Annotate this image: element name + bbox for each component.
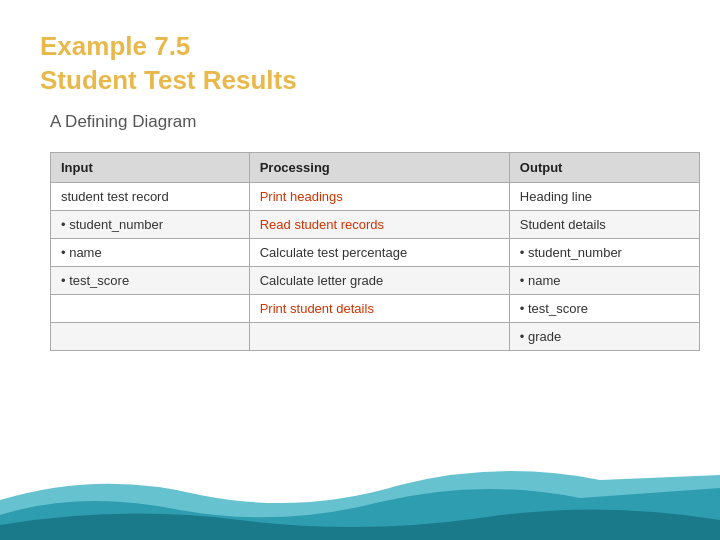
col-header-input: Input xyxy=(51,152,250,182)
cell-processing: Calculate test percentage xyxy=(249,238,509,266)
table-row: • test_scoreCalculate letter grade• name xyxy=(51,266,700,294)
table-row: • nameCalculate test percentage• student… xyxy=(51,238,700,266)
cell-processing: Print student details xyxy=(249,294,509,322)
cell-input: • student_number xyxy=(51,210,250,238)
table-row: • student_numberRead student recordsStud… xyxy=(51,210,700,238)
cell-processing: Read student records xyxy=(249,210,509,238)
cell-output: Student details xyxy=(509,210,699,238)
subtitle: A Defining Diagram xyxy=(50,112,680,132)
col-header-processing: Processing xyxy=(249,152,509,182)
defining-diagram-table: Input Processing Output student test rec… xyxy=(50,152,700,351)
cell-output: • student_number xyxy=(509,238,699,266)
table-row: • grade xyxy=(51,322,700,350)
page-content: Example 7.5 Student Test Results A Defin… xyxy=(0,0,720,371)
cell-input: • name xyxy=(51,238,250,266)
cell-input: student test record xyxy=(51,182,250,210)
cell-processing xyxy=(249,322,509,350)
cell-processing: Print headings xyxy=(249,182,509,210)
defining-diagram-table-container: Input Processing Output student test rec… xyxy=(50,152,680,351)
col-header-output: Output xyxy=(509,152,699,182)
table-row: student test recordPrint headingsHeading… xyxy=(51,182,700,210)
page-title: Example 7.5 Student Test Results xyxy=(40,30,680,98)
cell-processing: Calculate letter grade xyxy=(249,266,509,294)
cell-output: Heading line xyxy=(509,182,699,210)
cell-input: • test_score xyxy=(51,266,250,294)
cell-output: • grade xyxy=(509,322,699,350)
table-row: Print student details• test_score xyxy=(51,294,700,322)
cell-output: • name xyxy=(509,266,699,294)
cell-output: • test_score xyxy=(509,294,699,322)
cell-input xyxy=(51,322,250,350)
cell-input xyxy=(51,294,250,322)
